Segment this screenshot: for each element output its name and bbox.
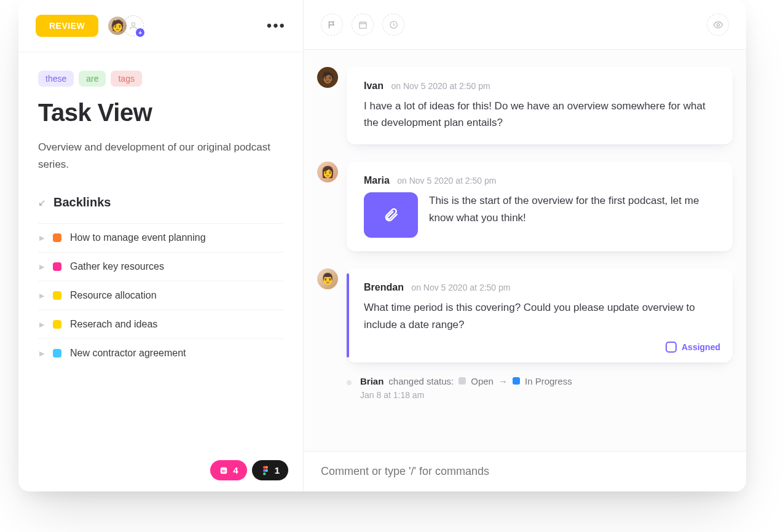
- page-description: Overview and development of our original…: [38, 139, 283, 173]
- backlink-label: Reserach and ideas: [70, 319, 157, 330]
- comment-author: Maria: [364, 175, 390, 186]
- checkbox-icon: [666, 342, 677, 353]
- activity-to-status: In Progress: [525, 376, 572, 386]
- integration-chips: in 4 1: [210, 460, 288, 480]
- activity-dot-icon: [347, 380, 352, 385]
- more-menu-button[interactable]: •••: [267, 17, 286, 34]
- paperclip-icon: [383, 207, 399, 223]
- comment-thread: 🧑🏾 Ivan on Nov 5 2020 at 2:50 pm I have …: [304, 50, 746, 451]
- status-dot: [53, 349, 61, 358]
- flag-icon: [328, 20, 337, 29]
- watch-button[interactable]: [707, 14, 729, 36]
- comment-card[interactable]: Maria on Nov 5 2020 at 2:50 pm This is t…: [347, 162, 733, 251]
- comment-author: Ivan: [364, 80, 384, 91]
- avatar[interactable]: 👨: [317, 268, 338, 289]
- assignee-avatars: 🧑 +: [107, 15, 144, 36]
- attachment-thumbnail[interactable]: [364, 192, 418, 238]
- arrow-down-left-icon: ↙: [38, 197, 46, 208]
- svg-point-4: [265, 466, 267, 468]
- activity-timestamp: Jan 8 at 1:18 am: [360, 390, 572, 400]
- caret-right-icon: ▶: [39, 234, 44, 242]
- backlink-item[interactable]: ▶ Resource allocation: [38, 281, 283, 310]
- left-panel: REVIEW 🧑 + ••• these are tags Task View …: [18, 0, 304, 491]
- tag[interactable]: tags: [111, 71, 141, 87]
- status-dot: [53, 320, 61, 329]
- activity-action: changed status:: [388, 376, 454, 386]
- caret-right-icon: ▶: [39, 350, 44, 358]
- backlink-item[interactable]: ▶ Gather key resources: [38, 252, 283, 281]
- backlink-label: Resource allocation: [70, 290, 157, 301]
- backlink-item[interactable]: ▶ How to manage event planning: [38, 223, 283, 252]
- tag[interactable]: these: [38, 71, 74, 87]
- caret-right-icon: ▶: [39, 292, 44, 300]
- figma-chip[interactable]: 1: [252, 460, 288, 480]
- arrow-right-icon: →: [498, 376, 508, 386]
- assigned-label: Assigned: [682, 342, 720, 352]
- date-button[interactable]: [352, 14, 374, 36]
- status-badge[interactable]: REVIEW: [36, 15, 98, 37]
- activity-from-status: Open: [471, 376, 494, 386]
- svg-rect-8: [359, 22, 366, 28]
- comment-timestamp: on Nov 5 2020 at 2:50 pm: [397, 176, 496, 186]
- time-button[interactable]: [382, 14, 404, 36]
- svg-point-10: [717, 23, 719, 26]
- comment-body: I have a lot of ideas for this! Do we ha…: [364, 98, 718, 131]
- comment-author: Brendan: [364, 282, 404, 292]
- comment-timestamp: on Nov 5 2020 at 2:50 pm: [391, 81, 490, 91]
- comment-body: What time period is this covering? Could…: [364, 299, 718, 332]
- invision-chip[interactable]: in 4: [210, 460, 246, 480]
- backlinks-header[interactable]: ↙ Backlinks: [38, 195, 283, 218]
- backlink-label: New contractor agreement: [70, 348, 186, 359]
- backlink-label: Gather key resources: [70, 261, 164, 272]
- comment: 👨 Brendan on Nov 5 2020 at 2:50 pm What …: [317, 268, 733, 362]
- comment-body: This is the start of the overview for th…: [429, 192, 718, 225]
- figma-count: 1: [275, 465, 280, 475]
- assigned-indicator[interactable]: Assigned: [666, 342, 720, 353]
- comment-card[interactable]: Ivan on Nov 5 2020 at 2:50 pm I have a l…: [347, 67, 733, 144]
- caret-right-icon: ▶: [39, 263, 44, 271]
- comment: 🧑🏾 Ivan on Nov 5 2020 at 2:50 pm I have …: [317, 67, 733, 144]
- status-square-icon: [458, 377, 466, 385]
- status-square-icon: [513, 377, 520, 385]
- left-body: these are tags Task View Overview and de…: [18, 52, 303, 491]
- comment-timestamp: on Nov 5 2020 at 2:50 pm: [411, 283, 510, 292]
- status-dot: [53, 262, 61, 271]
- right-panel: 🧑🏾 Ivan on Nov 5 2020 at 2:50 pm I have …: [304, 0, 746, 491]
- avatar[interactable]: 🧑🏾: [317, 67, 338, 88]
- comment: 👩 Maria on Nov 5 2020 at 2:50 pm This is…: [317, 162, 733, 251]
- backlink-label: How to manage event planning: [70, 232, 206, 243]
- left-header: REVIEW 🧑 + •••: [18, 0, 303, 52]
- comment-composer: [304, 451, 746, 491]
- right-toolbar: [304, 0, 746, 50]
- eye-icon: [713, 20, 723, 30]
- invision-count: 4: [233, 465, 238, 475]
- priority-flag-button[interactable]: [321, 14, 343, 36]
- backlink-item[interactable]: ▶ New contractor agreement: [38, 338, 283, 367]
- tags-row: these are tags: [38, 71, 283, 87]
- svg-point-7: [263, 472, 266, 475]
- status-dot: [53, 233, 61, 242]
- figma-icon: [261, 466, 270, 475]
- activity-entry: Brian changed status: Open → In Progress…: [317, 376, 733, 400]
- caret-right-icon: ▶: [39, 321, 44, 329]
- comment-input[interactable]: [321, 465, 729, 478]
- svg-point-0: [132, 23, 135, 26]
- add-assignee-button[interactable]: +: [123, 15, 144, 36]
- task-modal: REVIEW 🧑 + ••• these are tags Task View …: [18, 0, 746, 491]
- calendar-icon: [358, 20, 368, 29]
- plus-icon: +: [136, 28, 144, 37]
- page-title: Task View: [38, 99, 283, 127]
- backlink-item[interactable]: ▶ Reserach and ideas: [38, 310, 283, 338]
- comment-card[interactable]: Brendan on Nov 5 2020 at 2:50 pm What ti…: [347, 268, 733, 362]
- invision-icon: in: [219, 466, 229, 475]
- activity-actor: Brian: [360, 376, 384, 386]
- status-dot: [53, 291, 61, 300]
- clock-icon: [389, 20, 398, 29]
- avatar[interactable]: 👩: [317, 162, 338, 182]
- backlinks-heading: Backlinks: [53, 195, 111, 209]
- svg-text:in: in: [222, 468, 226, 472]
- svg-point-6: [265, 469, 267, 471]
- tag[interactable]: are: [79, 71, 106, 87]
